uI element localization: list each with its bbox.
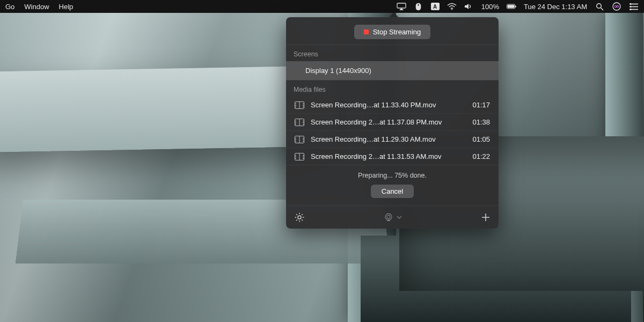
- svg-line-22: [296, 214, 297, 215]
- svg-point-17: [298, 216, 301, 219]
- svg-line-25: [302, 214, 303, 215]
- screens-section-label: Screens: [286, 45, 499, 61]
- notification-center-icon[interactable]: [629, 2, 639, 11]
- media-section-label: Media files: [286, 80, 499, 97]
- menu-help[interactable]: Help: [59, 3, 74, 11]
- svg-point-14: [630, 3, 631, 5]
- media-item-name: Screen Recording 2…at 11.31.53 AM.mov: [311, 152, 466, 160]
- menubar-right: A 100% Tue 24 Dec 1:13 AM: [397, 2, 639, 11]
- media-item-name: Screen Recording…at 11.29.30 AM.mov: [311, 135, 466, 143]
- svg-point-16: [630, 8, 631, 10]
- menubar: Go Window Help A 100% Tue 24 Dec 1:13 AM: [0, 0, 644, 13]
- film-icon: [295, 119, 304, 126]
- siri-icon[interactable]: [612, 2, 621, 11]
- svg-rect-6: [515, 5, 516, 8]
- display-item[interactable]: Display 1 (1440x900): [286, 61, 499, 80]
- add-button[interactable]: [481, 213, 490, 222]
- svg-line-24: [296, 219, 297, 221]
- settings-icon[interactable]: [295, 213, 304, 222]
- film-icon: [295, 101, 304, 109]
- media-item-duration: 01:22: [472, 152, 490, 160]
- media-item[interactable]: Screen Recording…at 11.29.30 AM.mov 01:0…: [286, 131, 499, 148]
- panel-footer: [286, 206, 499, 229]
- svg-line-8: [601, 8, 603, 10]
- stop-streaming-button[interactable]: Stop Streaming: [354, 25, 431, 39]
- airplay-dropdown: Stop Streaming Screens Display 1 (1440x9…: [286, 13, 499, 229]
- svg-point-7: [596, 3, 601, 8]
- battery-percent: 100%: [481, 3, 499, 11]
- svg-point-3: [451, 9, 452, 10]
- svg-rect-5: [508, 5, 515, 8]
- mouse-icon[interactable]: [414, 2, 423, 11]
- airplay-icon[interactable]: [397, 2, 406, 11]
- media-item-name: Screen Recording 2…at 11.37.08 PM.mov: [311, 118, 466, 126]
- svg-line-23: [302, 219, 303, 221]
- stop-streaming-label: Stop Streaming: [373, 28, 421, 36]
- menu-window[interactable]: Window: [24, 3, 49, 11]
- battery-icon[interactable]: [507, 2, 516, 11]
- svg-rect-2: [418, 4, 419, 6]
- media-item-duration: 01:38: [472, 118, 490, 126]
- menu-go[interactable]: Go: [5, 3, 14, 11]
- record-indicator-icon: [364, 30, 369, 34]
- film-icon: [295, 153, 304, 160]
- media-item[interactable]: Screen Recording 2…at 11.31.53 AM.mov 01…: [286, 148, 499, 165]
- menubar-datetime[interactable]: Tue 24 Dec 1:13 AM: [524, 3, 587, 11]
- media-item[interactable]: Screen Recording 2…at 11.37.08 PM.mov 01…: [286, 114, 499, 131]
- wifi-icon[interactable]: [447, 2, 457, 11]
- film-icon: [295, 136, 304, 143]
- input-source-icon[interactable]: A: [431, 3, 440, 10]
- media-item-duration: 01:17: [472, 101, 490, 109]
- media-item-name: Screen Recording…at 11.33.40 PM.mov: [311, 101, 466, 109]
- media-list: Screen Recording…at 11.33.40 PM.mov 01:1…: [286, 97, 499, 165]
- menubar-left: Go Window Help: [5, 3, 73, 11]
- svg-rect-0: [397, 3, 406, 8]
- preparing-status: Preparing... 75% done.: [358, 172, 427, 179]
- svg-point-15: [630, 5, 631, 7]
- volume-icon[interactable]: [464, 2, 474, 11]
- chevron-down-icon: [397, 215, 402, 219]
- media-item-duration: 01:05: [472, 135, 490, 143]
- media-item[interactable]: Screen Recording…at 11.33.40 PM.mov 01:1…: [286, 97, 499, 114]
- svg-point-27: [387, 215, 390, 218]
- airplay-panel: Stop Streaming Screens Display 1 (1440x9…: [286, 17, 499, 229]
- airplay-target-selector[interactable]: [384, 213, 402, 222]
- spotlight-icon[interactable]: [595, 2, 604, 11]
- cancel-button[interactable]: Cancel: [371, 185, 414, 198]
